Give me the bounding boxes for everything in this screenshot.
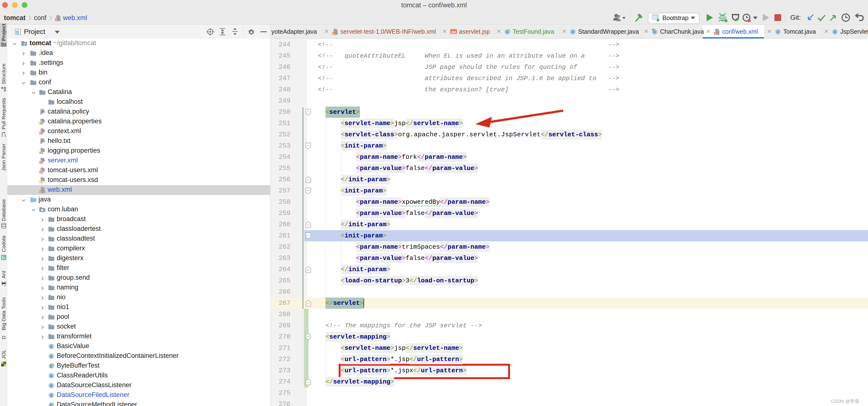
svg-text:<>: <> [40,132,42,135]
svg-text:<>: <> [40,161,42,164]
svg-text:<>: <> [40,171,42,174]
svg-text:<: < [714,32,716,35]
svg-text:JSP: JSP [451,31,456,33]
svg-text:C: C [50,383,53,388]
svg-text:C: C [50,354,53,359]
svg-text:C: C [571,30,574,34]
svg-text:C: C [834,30,836,34]
svg-text:<: < [40,191,41,194]
svg-text:C: C [50,344,53,348]
svg-text:<: < [333,32,334,35]
svg-text:C: C [50,374,53,378]
svg-text:XS: XS [40,180,43,183]
svg-text:C: C [653,30,656,34]
svg-text:C: C [777,30,779,34]
svg-text:C: C [50,403,53,406]
svg-text:C: C [50,393,53,398]
svg-text:<: < [55,18,57,21]
